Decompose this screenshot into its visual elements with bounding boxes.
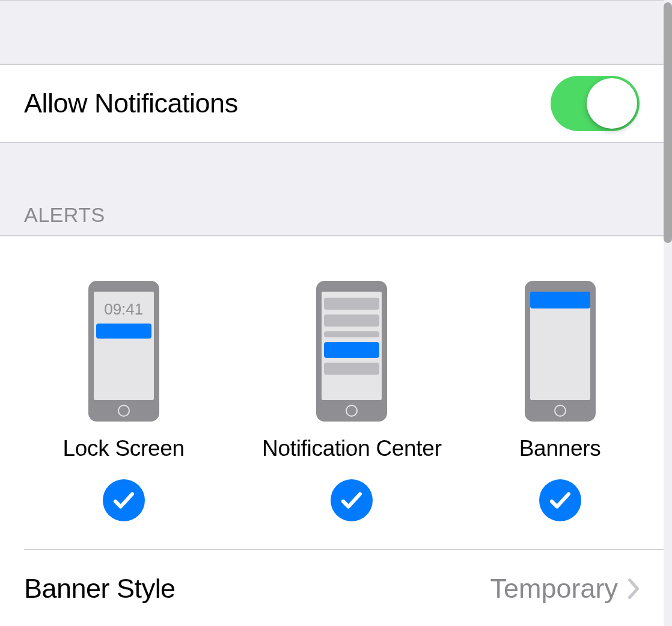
allow-notifications-label: Allow Notifications (24, 88, 238, 119)
top-spacer (0, 0, 664, 65)
scrollbar[interactable] (664, 2, 672, 243)
alert-option-lock-screen[interactable]: 09:41 Lock Screen (63, 281, 185, 521)
banner-style-row[interactable]: Banner Style Temporary (0, 550, 664, 626)
home-button-icon (118, 405, 130, 417)
banner-style-value: Temporary (490, 573, 618, 604)
toggle-knob (587, 78, 637, 129)
alert-label: Notification Center (262, 436, 442, 461)
checkmark-icon (539, 479, 581, 521)
alert-label: Lock Screen (63, 436, 185, 461)
alert-option-notification-center[interactable]: Notification Center (262, 281, 442, 521)
banner-style-label: Banner Style (24, 573, 176, 604)
notification-center-icon (316, 281, 387, 422)
checkmark-icon (331, 479, 373, 521)
allow-notifications-toggle[interactable] (551, 76, 640, 131)
lock-screen-icon: 09:41 (88, 281, 159, 422)
alert-label: Banners (519, 436, 601, 461)
allow-notifications-row: Allow Notifications (0, 65, 664, 143)
lock-screen-notification-bar (96, 324, 151, 339)
checkmark-icon (103, 479, 145, 521)
home-button-icon (554, 405, 566, 417)
alert-option-banners[interactable]: Banners (519, 281, 601, 521)
lock-screen-time: 09:41 (104, 300, 143, 319)
alerts-panel: 09:41 Lock Screen (0, 236, 664, 549)
home-button-icon (346, 405, 358, 417)
banners-icon (525, 281, 596, 422)
chevron-right-icon (628, 578, 640, 600)
alerts-section-header: ALERTS (0, 143, 664, 236)
